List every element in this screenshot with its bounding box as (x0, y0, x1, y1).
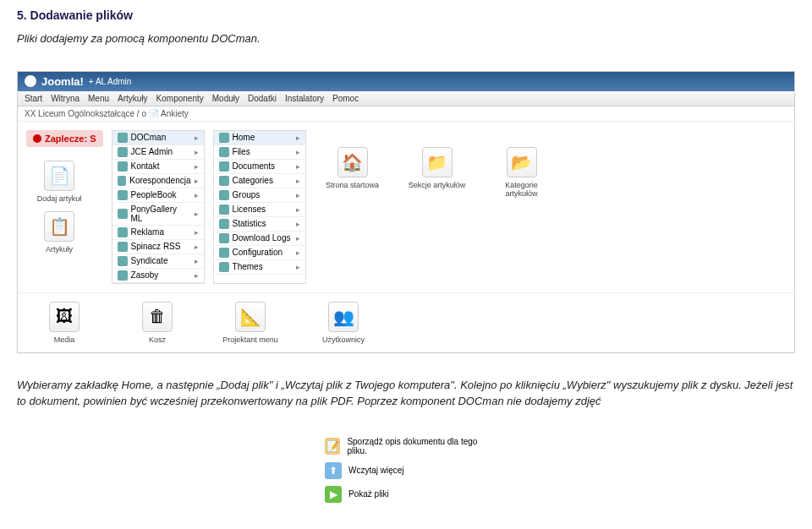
sections-icon: 📁 (422, 147, 453, 177)
joomla-top-menu: StartWitrynaMenuArtykułyKomponentyModuły… (18, 91, 794, 106)
big-icon-label: Kategorie artykułów (492, 181, 551, 198)
submenu-item[interactable]: Spinacz RSS▸ (112, 240, 204, 254)
big-icon-label: Sekcje artykułów (408, 181, 467, 189)
menu-item-label: Groups (233, 190, 261, 199)
menu-item-icon (118, 161, 128, 172)
action-label: Sporządź opis dokumentu dla tego pliku. (347, 437, 487, 455)
add-article-icon: 📄 (44, 161, 74, 191)
menu-item[interactable]: Witryna (51, 94, 80, 103)
submenu-item[interactable]: Korespondencja▸ (112, 174, 204, 188)
submenu-item[interactable]: Statistics▸ (214, 217, 305, 232)
joomla-admin-panel: Joomla! + AL Admin StartWitrynaMenuArtyk… (17, 71, 795, 353)
big-icon-add-article[interactable]: 📄 Dodaj artykuł (30, 161, 89, 203)
menu-item[interactable]: Artykuły (118, 94, 148, 103)
chevron-right-icon: ▸ (195, 148, 199, 156)
menu-item-icon (118, 176, 127, 186)
chevron-right-icon: ▸ (296, 263, 300, 271)
play-icon: ▶ (325, 486, 342, 503)
chevron-right-icon: ▸ (296, 177, 300, 185)
action-label: Wczytaj więcej (348, 466, 404, 475)
chevron-right-icon: ▸ (195, 228, 199, 237)
menu-item-icon (118, 133, 128, 143)
menu-item-label: Spinacz RSS (131, 242, 181, 251)
big-icon-articles[interactable]: 📋 Artykuły (30, 211, 89, 254)
submenu-item[interactable]: JCE Admin▸ (112, 145, 204, 160)
menu-item-label: Reklama (131, 227, 164, 237)
submenu-item[interactable]: DOCman▸ (112, 131, 204, 145)
menu-item[interactable]: Moduły (212, 94, 239, 103)
chevron-right-icon: ▸ (195, 210, 199, 218)
menu-item[interactable]: Instalatory (285, 94, 324, 103)
action-upload-more[interactable]: ⬆ Wczytaj więcej (321, 459, 491, 483)
menu-item[interactable]: Start (25, 94, 42, 103)
menu-item-icon (118, 147, 128, 157)
menu-item-icon (219, 262, 229, 272)
submenu-item[interactable]: Reklama▸ (112, 226, 204, 240)
submenu-item[interactable]: Home▸ (214, 131, 305, 145)
doc-icon: 📝 (325, 438, 340, 455)
submenu-item[interactable]: Syndicate▸ (112, 254, 204, 269)
action-make-doc[interactable]: 📝 Sporządź opis dokumentu dla tego pliku… (321, 434, 491, 459)
submenu-item[interactable]: Files▸ (214, 145, 305, 160)
chevron-right-icon: ▸ (296, 248, 300, 257)
submenu-item[interactable]: Zasoby▸ (112, 269, 204, 283)
menu-item-label: Categories (233, 176, 273, 185)
chevron-right-icon: ▸ (296, 134, 300, 142)
joomla-brand-suffix: + AL Admin (89, 77, 132, 86)
upload-icon: ⬆ (325, 462, 342, 479)
chevron-right-icon: ▸ (296, 220, 300, 228)
menu-item[interactable]: Menu (88, 94, 109, 103)
action-label: Pokaż pliki (348, 489, 389, 499)
submenu-item[interactable]: PonyGallery ML▸ (112, 203, 204, 226)
submenu-item[interactable]: PeopleBook▸ (112, 188, 204, 203)
menu-item[interactable]: Komponenty (156, 94, 204, 103)
bottom-icon-item[interactable]: 🗑Kosz (128, 302, 187, 344)
bottom-icon: 👥 (328, 302, 359, 332)
submenu-item[interactable]: Configuration▸ (214, 246, 305, 260)
intro-paragraph: Pliki dodajemy za pomocą komponentu DOCm… (17, 30, 795, 47)
big-icon-home[interactable]: 🏠 Strona startowa (323, 147, 382, 267)
menu-item[interactable]: Pomoc (332, 94, 359, 103)
menu-item-label: PeopleBook (131, 190, 177, 199)
chevron-right-icon: ▸ (296, 191, 300, 199)
menu-item-icon (219, 133, 229, 143)
articles-icon: 📋 (44, 211, 74, 242)
menu-item-label: Zasoby (131, 270, 159, 280)
submenu-item[interactable]: Documents▸ (214, 160, 305, 174)
submenu-item[interactable]: Categories▸ (214, 174, 305, 188)
chevron-right-icon: ▸ (195, 162, 199, 171)
chevron-right-icon: ▸ (296, 148, 300, 156)
bottom-icon: 🖼 (49, 302, 80, 332)
menu-item-label: DOCman (131, 133, 167, 142)
submenu-item[interactable]: Licenses▸ (214, 203, 305, 217)
submenu-item[interactable]: Groups▸ (214, 188, 305, 203)
bottom-icon: 📐 (235, 302, 266, 332)
menu-item-icon (118, 256, 128, 266)
categories-icon: 📂 (507, 147, 537, 177)
docman-actions: 📝 Sporządź opis dokumentu dla tego pliku… (321, 434, 491, 506)
zaplecze-text: Zaplecze: S (45, 134, 96, 144)
chevron-right-icon: ▸ (296, 205, 300, 214)
menu-item-label: Statistics (233, 219, 266, 228)
big-icon-label: Strona startowa (323, 181, 382, 189)
submenu-item[interactable]: Kontakt▸ (112, 160, 204, 174)
bottom-icon-item[interactable]: 👥Użytkownicy (314, 302, 373, 344)
component-menu-col1: DOCman▸JCE Admin▸Kontakt▸Korespondencja▸… (112, 130, 205, 284)
big-icon-categories[interactable]: 📂 Kategorie artykułów (492, 147, 551, 267)
menu-item-label: Documents (233, 161, 276, 171)
menu-item-icon (219, 190, 229, 200)
bottom-icon-item[interactable]: 🖼Media (35, 302, 94, 344)
menu-item[interactable]: Dodatki (248, 94, 277, 103)
menu-item-label: Home (233, 133, 255, 142)
bottom-icon-label: Media (35, 335, 94, 344)
submenu-item[interactable]: Download Logs▸ (214, 232, 305, 246)
menu-item-label: Configuration (233, 248, 283, 257)
joomla-header: Joomla! + AL Admin (18, 72, 794, 91)
chevron-right-icon: ▸ (195, 134, 199, 142)
submenu-item[interactable]: Themes▸ (214, 260, 305, 275)
chevron-right-icon: ▸ (296, 234, 300, 243)
big-icon-label: Artykuły (30, 245, 89, 254)
action-show-files[interactable]: ▶ Pokaż pliki (321, 483, 491, 506)
big-icon-sections[interactable]: 📁 Sekcje artykułów (408, 147, 467, 267)
bottom-icon-item[interactable]: 📐Projektant menu (221, 302, 280, 344)
